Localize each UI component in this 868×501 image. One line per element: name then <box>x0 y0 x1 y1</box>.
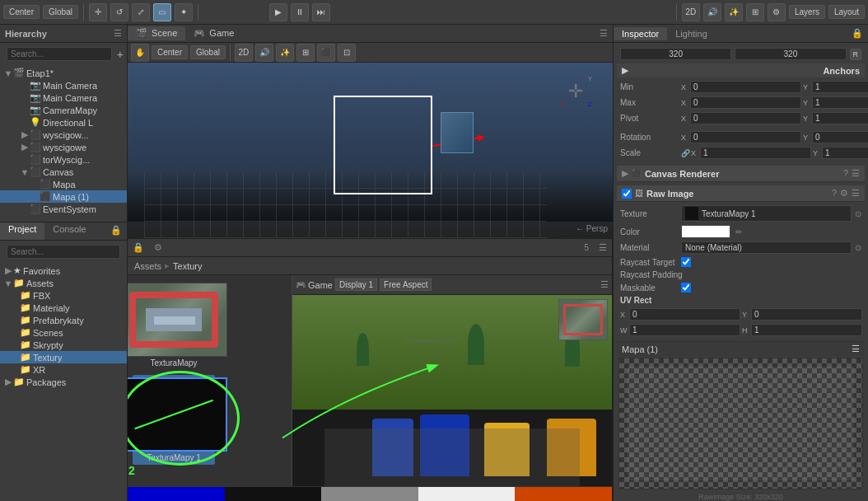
ri-settings-icon[interactable]: ⚙ <box>840 188 848 199</box>
game-menu[interactable]: ☰ <box>600 279 609 290</box>
swatch-gray[interactable] <box>321 487 418 501</box>
anchor-min-x[interactable] <box>690 81 801 93</box>
asset-xr[interactable]: 📁 XR <box>0 363 127 376</box>
canvas-preview-menu[interactable]: ☰ <box>852 344 860 354</box>
height-value[interactable]: 320 <box>735 48 846 60</box>
step-button[interactable]: ⏭ <box>312 3 330 21</box>
play-button[interactable]: ▶ <box>269 3 287 21</box>
game-viewport[interactable]: Zbigniewska Góra <box>292 295 612 486</box>
assets-lock-icon[interactable]: 🔒 <box>128 240 149 255</box>
color-edit-icon[interactable]: ✏ <box>735 227 742 236</box>
asset-scenes[interactable]: 📁 Scenes <box>0 326 127 339</box>
2d-toggle[interactable]: 2D <box>682 3 700 21</box>
pause-button[interactable]: ⏸ <box>291 3 309 21</box>
transform-tool-move[interactable]: ✛ <box>89 3 107 21</box>
tree-item-directional[interactable]: ▶ 💡 Directional L <box>0 116 127 129</box>
swatch-orange[interactable] <box>515 487 612 501</box>
scene-tool-hand[interactable]: ✋ <box>131 44 149 62</box>
assets-header[interactable]: ▼ 📁 Assets <box>0 277 127 289</box>
asset-prefabrykaty[interactable]: 📁 Prefabrykaty <box>0 314 127 326</box>
tree-item-canvas[interactable]: ▼ ⬛ Canvas <box>0 166 127 178</box>
swatch-white[interactable] <box>418 487 516 501</box>
tree-item-torwyscig[interactable]: ▶ ⬛ torWyscig... <box>0 153 127 166</box>
tab-console[interactable]: Console <box>44 222 94 240</box>
texture-item-1[interactable]: TexturaMapy <box>133 280 215 370</box>
tree-item-cameramapy[interactable]: ▶ 📷 CameraMapy <box>0 104 127 116</box>
scene-grid-btn[interactable]: ⊞ <box>296 44 315 62</box>
raw-image-enable[interactable] <box>622 189 632 199</box>
layers-btn[interactable]: Layers <box>789 5 825 19</box>
tree-item-mapa1[interactable]: 1 ▶ ⬛ Mapa (1) <box>0 190 127 203</box>
tab-project[interactable]: Project <box>0 222 44 240</box>
tab-game-top[interactable]: 🎮 Game <box>185 26 242 40</box>
hierarchy-menu-icon[interactable]: ☰ <box>114 28 122 39</box>
layout-btn[interactable]: Layout <box>828 5 865 19</box>
anchors-header[interactable]: ▶ Anchors <box>617 63 865 77</box>
scale-x[interactable] <box>700 147 811 159</box>
toolbar-center-btn[interactable]: Center <box>3 5 40 19</box>
uv-y[interactable] <box>751 308 862 321</box>
tree-item-main-camera[interactable]: ▶ 📷 Main Camera <box>0 79 127 91</box>
tree-item-wyscig1[interactable]: ▶ ⬛ wyscigow... <box>0 129 127 141</box>
scale-y[interactable] <box>822 147 868 159</box>
transform-tool-rect[interactable]: ▭ <box>153 3 171 21</box>
rot-x[interactable] <box>690 131 801 143</box>
gizmo-toggle[interactable]: ⊞ <box>746 3 764 21</box>
scene-tool2[interactable]: ⬛ <box>317 44 335 62</box>
scene-2d-btn[interactable]: 2D <box>235 44 253 62</box>
hierarchy-add-icon[interactable]: + <box>117 48 124 61</box>
tree-item-eventsystem[interactable]: ▶ ⬛ EventSystem <box>0 203 127 215</box>
anchor-max-x[interactable] <box>690 96 801 109</box>
width-value[interactable]: 320 <box>620 48 731 60</box>
size-btn[interactable]: R <box>850 49 862 60</box>
tree-item-mapa[interactable]: ▶ ⬛ Mapa <box>0 178 127 190</box>
transform-tool-scale[interactable]: ⤢ <box>132 3 150 21</box>
texture-item-2[interactable]: 2 TexturaMapy 1 <box>133 375 215 465</box>
uv-w[interactable] <box>629 324 740 336</box>
breadcrumb-root[interactable]: Assets <box>134 261 161 271</box>
inspector-tab-active[interactable]: Inspector <box>614 27 667 40</box>
cr-help-icon[interactable]: ? <box>843 168 848 179</box>
tree-item-etap1[interactable]: ▼ 🎬 Etap1* <box>0 67 127 79</box>
tree-item-main-camera2[interactable]: ▶ 📷 Main Camera <box>0 91 127 104</box>
assets-menu-icon[interactable]: ☰ <box>594 240 612 255</box>
pivot-x[interactable] <box>690 112 801 124</box>
game-select-aspect[interactable]: Free Aspect <box>380 279 432 291</box>
scene-menu-icon[interactable]: ☰ <box>595 26 613 41</box>
canvas-renderer-toggle[interactable]: ▶ <box>622 168 628 179</box>
scene-tool3[interactable]: ⊡ <box>338 44 356 62</box>
material-circle-btn[interactable]: ⊙ <box>855 243 861 252</box>
swatch-black[interactable] <box>225 487 322 501</box>
scene-audio-btn[interactable]: 🔊 <box>255 44 273 62</box>
tab-scene[interactable]: 🎬 Scene <box>128 26 185 40</box>
uv-h[interactable] <box>751 324 862 336</box>
asset-skrypty[interactable]: 📁 Skrypty <box>0 339 127 351</box>
game-select-display[interactable]: Display 1 <box>335 279 377 291</box>
cr-menu-icon[interactable]: ☰ <box>852 168 860 179</box>
fx-icon[interactable]: ✨ <box>725 3 743 21</box>
asset-materialy[interactable]: 📁 Materialy <box>0 302 127 314</box>
favorites-header[interactable]: ▶ ★ Favorites <box>0 265 127 277</box>
asset-textury[interactable]: 📁 Textury <box>0 351 127 363</box>
ri-menu-icon[interactable]: ☰ <box>852 188 860 199</box>
scene-fx-btn[interactable]: ✨ <box>276 44 294 62</box>
lighting-tab[interactable]: Lighting <box>667 27 716 40</box>
asset-fbx[interactable]: 📁 FBX <box>0 289 127 302</box>
transform-tool-multi[interactable]: ✦ <box>175 3 193 21</box>
scene-center-btn[interactable]: Center <box>152 45 188 59</box>
toolbar-global-btn[interactable]: Global <box>43 5 78 19</box>
maskable-check[interactable] <box>681 283 691 293</box>
color-swatch-inspector[interactable] <box>681 225 730 238</box>
scene-controls[interactable]: ⚙ <box>768 3 786 21</box>
uv-x[interactable] <box>629 308 740 321</box>
project-search[interactable] <box>7 245 120 259</box>
project-lock-icon[interactable]: 🔒 <box>105 222 127 240</box>
raycast-target-check[interactable] <box>681 257 691 267</box>
scene-global-btn[interactable]: Global <box>190 45 226 59</box>
ri-help-icon[interactable]: ? <box>832 188 837 199</box>
rot-y[interactable] <box>812 131 868 143</box>
swatch-blue[interactable] <box>128 487 225 501</box>
assets-controls[interactable]: ⚙ <box>149 240 167 255</box>
anchor-max-y[interactable] <box>812 96 868 109</box>
anchor-min-y[interactable] <box>812 81 868 93</box>
